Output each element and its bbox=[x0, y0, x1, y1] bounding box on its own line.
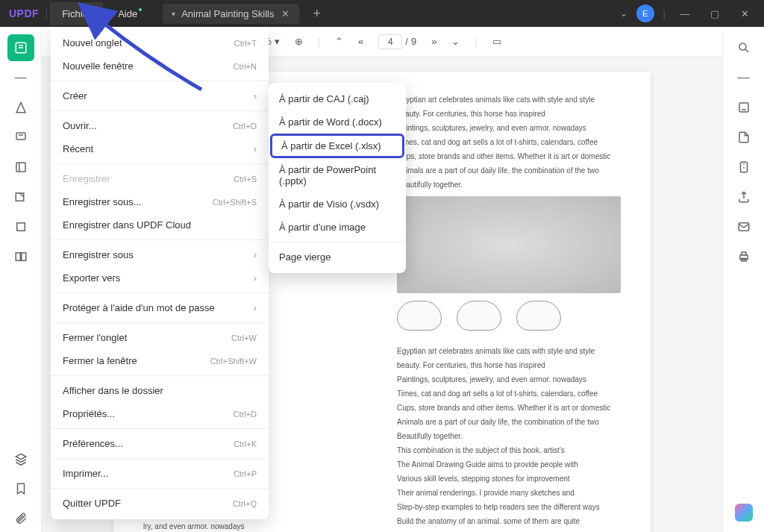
submenu-from-image[interactable]: À partir d'une image bbox=[269, 216, 406, 239]
user-avatar[interactable]: E bbox=[636, 4, 654, 22]
collapse-icon[interactable]: — bbox=[7, 64, 34, 91]
menu-quit[interactable]: Quitter UPDFCtrl+Q bbox=[51, 492, 269, 515]
menu-close-window[interactable]: Fermer la fenêtreCtrl+Shift+W bbox=[51, 349, 269, 372]
bookmark-icon[interactable] bbox=[7, 475, 34, 502]
chevron-right-icon: › bbox=[254, 273, 257, 284]
menu-print[interactable]: Imprimer...Ctrl+P bbox=[51, 462, 269, 485]
svg-rect-12 bbox=[742, 252, 746, 255]
menu-preferences[interactable]: Préférences...Ctrl+K bbox=[51, 432, 269, 455]
svg-point-7 bbox=[739, 43, 746, 50]
compress-icon[interactable] bbox=[730, 154, 757, 181]
document-tab[interactable]: ▾ Animal Painting Skills ✕ bbox=[163, 4, 299, 24]
attachment-icon[interactable] bbox=[7, 505, 34, 532]
menu-export[interactable]: Exporter vers› bbox=[51, 266, 269, 290]
share-icon[interactable] bbox=[730, 184, 757, 210]
submenu-from-visio[interactable]: À partir de Visio (.vsdx) bbox=[269, 193, 406, 216]
chevron-down-icon[interactable]: ⌄ bbox=[620, 8, 627, 19]
menu-show-folder[interactable]: Afficher dans le dossier bbox=[51, 379, 269, 402]
collapse-right-icon[interactable]: — bbox=[730, 64, 757, 91]
scroll-up-icon[interactable]: ⌃ bbox=[335, 36, 343, 47]
search-icon[interactable] bbox=[730, 34, 757, 61]
menu-save-as[interactable]: Enregistrer sous...Ctrl+Shift+S bbox=[51, 190, 269, 213]
submenu-from-caj[interactable]: À partir de CAJ (.caj) bbox=[269, 87, 406, 110]
help-indicator-dot bbox=[139, 8, 142, 11]
menu-protect[interactable]: Protéger à l'aide d'un mot de passe› bbox=[51, 296, 269, 319]
sign-tool-icon[interactable] bbox=[7, 184, 34, 210]
sidebar-right: — bbox=[722, 27, 764, 532]
page-indicator: 4 / 9 bbox=[378, 34, 416, 49]
layers-icon[interactable] bbox=[7, 445, 34, 472]
doc-image bbox=[397, 196, 621, 293]
menu-help[interactable]: Aide bbox=[106, 2, 154, 25]
submenu-blank-page[interactable]: Page vierge bbox=[269, 245, 406, 269]
chevron-right-icon: › bbox=[254, 303, 257, 313]
minimize-button[interactable]: — bbox=[674, 8, 695, 19]
menu-create[interactable]: Créer› bbox=[51, 84, 269, 107]
create-submenu: À partir de CAJ (.caj) À partir de Word … bbox=[269, 83, 406, 273]
menu-recent[interactable]: Récent› bbox=[51, 137, 269, 160]
convert-icon[interactable] bbox=[730, 124, 757, 151]
file-menu-dropdown: Nouvel ongletCtrl+T Nouvelle fenêtreCtrl… bbox=[51, 27, 269, 519]
compare-tool-icon[interactable] bbox=[7, 243, 34, 270]
submenu-from-powerpoint[interactable]: À partir de PowerPoint (.pptx) bbox=[269, 158, 406, 193]
menu-close-tab[interactable]: Fermer l'ongletCtrl+W bbox=[51, 326, 269, 349]
chevron-right-icon: › bbox=[254, 250, 257, 260]
ocr-icon[interactable] bbox=[730, 94, 757, 121]
titlebar: UPDF Fichier Aide ▾ Animal Painting Skil… bbox=[0, 0, 764, 27]
maximize-button[interactable]: ▢ bbox=[704, 8, 725, 19]
first-page-icon[interactable]: « bbox=[358, 36, 363, 47]
menu-new-window[interactable]: Nouvelle fenêtreCtrl+N bbox=[51, 54, 269, 78]
submenu-from-word[interactable]: À partir de Word (.docx) bbox=[269, 110, 406, 134]
tab-chevron-icon: ▾ bbox=[172, 10, 175, 18]
new-tab-button[interactable]: + bbox=[313, 6, 321, 22]
sidebar-left: — bbox=[0, 27, 42, 532]
last-page-icon[interactable]: » bbox=[431, 36, 436, 47]
doc-sketches bbox=[397, 301, 621, 331]
submenu-from-excel[interactable]: À partir de Excel (.xlsx) bbox=[270, 134, 404, 158]
comment-tool-icon[interactable] bbox=[7, 124, 34, 151]
close-icon[interactable]: ✕ bbox=[280, 8, 290, 19]
scroll-down-icon[interactable]: ⌄ bbox=[451, 36, 460, 47]
organize-tool-icon[interactable] bbox=[7, 154, 34, 181]
chevron-right-icon: › bbox=[254, 91, 257, 101]
svg-rect-5 bbox=[16, 253, 20, 261]
app-logo: UPDF bbox=[9, 7, 47, 19]
svg-rect-3 bbox=[16, 193, 24, 201]
close-button[interactable]: ✕ bbox=[734, 8, 755, 19]
menu-file[interactable]: Fichier bbox=[50, 2, 103, 25]
svg-rect-1 bbox=[16, 133, 25, 140]
menu-save-under[interactable]: Enregistrer sous› bbox=[51, 243, 269, 266]
menu-properties[interactable]: Propriétés...Ctrl+D bbox=[51, 402, 269, 425]
svg-rect-2 bbox=[16, 163, 25, 172]
svg-rect-8 bbox=[739, 103, 748, 112]
print-icon[interactable] bbox=[730, 243, 757, 270]
menu-open[interactable]: Ouvrir...Ctrl+O bbox=[51, 114, 269, 137]
presentation-icon[interactable]: ▭ bbox=[492, 36, 501, 47]
menu-save: EnregistrerCtrl+S bbox=[51, 167, 269, 190]
svg-rect-6 bbox=[21, 253, 25, 261]
tab-title: Animal Painting Skills bbox=[181, 8, 274, 19]
page-current-input[interactable]: 4 bbox=[378, 34, 402, 49]
email-icon[interactable] bbox=[730, 213, 757, 240]
reader-tool-icon[interactable] bbox=[7, 34, 34, 61]
crop-tool-icon[interactable] bbox=[7, 213, 34, 240]
edit-tool-icon[interactable] bbox=[7, 94, 34, 121]
page-total: 9 bbox=[411, 36, 416, 47]
menu-new-tab[interactable]: Nouvel ongletCtrl+T bbox=[51, 31, 269, 54]
svg-rect-4 bbox=[16, 223, 25, 231]
chevron-right-icon: › bbox=[254, 144, 257, 154]
menu-save-cloud[interactable]: Enregistrer dans UPDF Cloud bbox=[51, 213, 269, 237]
brand-badge-icon[interactable] bbox=[735, 504, 753, 522]
zoom-in-icon[interactable]: ⊕ bbox=[295, 36, 303, 47]
